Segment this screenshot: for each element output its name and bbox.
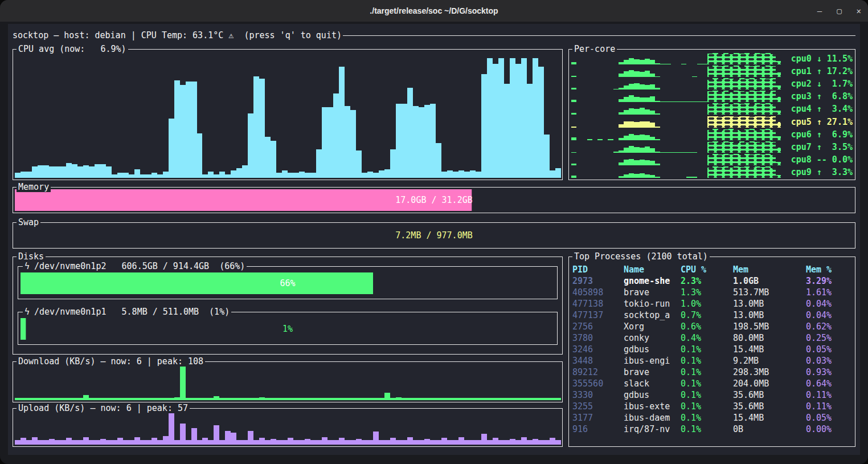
chart-bar bbox=[225, 398, 231, 400]
process-cell-memp: 1.61% bbox=[806, 287, 853, 298]
chart-bar bbox=[282, 170, 288, 178]
chart-bar bbox=[305, 439, 310, 445]
chart-bar bbox=[214, 425, 219, 445]
process-cell-mem: 198.5MB bbox=[733, 321, 806, 332]
chart-bar bbox=[413, 440, 419, 445]
sparkline-bar bbox=[655, 113, 660, 115]
chart-bar bbox=[49, 439, 55, 445]
chart-bar bbox=[83, 165, 89, 178]
process-row[interactable]: 477137socktop_a0.7%13.0MB0.04% bbox=[572, 310, 853, 321]
chart-bar bbox=[219, 440, 225, 445]
process-cell-cpu: 0.4% bbox=[681, 332, 733, 344]
sparkline-bar bbox=[676, 152, 681, 153]
sparkline-bar bbox=[686, 152, 691, 153]
chart-bar bbox=[49, 166, 55, 178]
process-row[interactable]: 3177ibus-daem0.1%15.4MB0.05% bbox=[572, 412, 853, 424]
core-sparkline bbox=[571, 166, 781, 178]
process-cell-pid: 355560 bbox=[572, 378, 624, 389]
process-cell-mem: 13.0MB bbox=[733, 310, 806, 321]
sparkline-bar bbox=[681, 64, 686, 64]
chart-bar bbox=[72, 398, 77, 400]
chart-bar bbox=[95, 398, 100, 400]
chart-bar bbox=[242, 165, 248, 178]
chart-bar bbox=[174, 440, 180, 445]
process-row[interactable]: 355560slack0.1%204.0MB0.64% bbox=[572, 378, 853, 389]
sparkline-bar bbox=[634, 135, 639, 140]
process-row[interactable]: 405898brave1.3%513.7MB1.61% bbox=[572, 287, 853, 298]
chart-bar bbox=[77, 440, 83, 445]
chart-bar bbox=[316, 398, 322, 400]
chart-bar bbox=[146, 440, 152, 445]
sparkline-bar bbox=[619, 62, 624, 64]
chart-bar bbox=[316, 440, 322, 445]
chart-bar bbox=[112, 398, 117, 400]
process-row[interactable]: 916irq/87-nv0.1%0B0.00% bbox=[572, 424, 853, 435]
sparkline-bar bbox=[571, 152, 576, 153]
chart-bar bbox=[191, 398, 197, 400]
sparkline-bar bbox=[645, 59, 650, 64]
sparkline-dither-texture bbox=[707, 103, 781, 115]
chart-bar bbox=[271, 439, 276, 445]
sparkline-bar bbox=[597, 139, 603, 140]
process-row[interactable]: 3255ibus-exte0.1%35.6MB0.11% bbox=[572, 401, 853, 412]
chart-bar bbox=[333, 93, 339, 178]
titlebar[interactable]: ./target/release/soc ~/D/G/socktop – ▢ ✕ bbox=[0, 0, 868, 22]
sparkline-bar bbox=[645, 109, 650, 115]
process-row[interactable]: 3330gdbus0.1%35.6MB0.11% bbox=[572, 389, 853, 401]
chart-bar bbox=[327, 107, 333, 178]
process-row[interactable]: 3448ibus-engi0.1%9.2MB0.03% bbox=[572, 355, 853, 367]
process-row[interactable]: 3246gdbus0.1%15.4MB0.05% bbox=[572, 344, 853, 355]
sparkline-bar bbox=[624, 160, 629, 165]
chart-bar bbox=[407, 437, 413, 445]
chart-bar bbox=[413, 398, 419, 400]
process-row[interactable]: 2756Xorg0.6%198.5MB0.62% bbox=[572, 321, 853, 332]
chart-bar bbox=[202, 398, 208, 400]
maximize-button[interactable]: ▢ bbox=[836, 6, 842, 16]
chart-bar bbox=[339, 438, 345, 445]
close-button[interactable]: ✕ bbox=[855, 6, 862, 16]
process-cell-pid: 477138 bbox=[572, 298, 624, 310]
sparkline-bar bbox=[619, 162, 624, 165]
process-row[interactable]: 89212brave0.1%298.3MB0.93% bbox=[572, 367, 853, 378]
process-row[interactable]: 2973gnome-she2.3%1.0GB3.29% bbox=[572, 275, 853, 287]
download-title: Download (KB/s) — now: 6 | peak: 108 bbox=[17, 356, 205, 367]
sparkline-bar bbox=[640, 108, 645, 115]
process-cell-name: ibus-exte bbox=[624, 401, 681, 412]
sparkline-bar bbox=[640, 60, 645, 64]
chart-bar bbox=[498, 398, 504, 400]
chart-bar bbox=[66, 398, 72, 400]
sparkline-bar bbox=[634, 147, 639, 153]
chart-bar bbox=[379, 440, 384, 445]
chart-bar bbox=[430, 104, 436, 178]
chart-bar bbox=[538, 440, 544, 445]
chart-bar bbox=[527, 84, 533, 178]
sparkline-bar bbox=[629, 70, 634, 77]
chart-bar bbox=[214, 174, 219, 178]
sparkline-bar bbox=[571, 164, 576, 165]
sparkline-bar bbox=[645, 71, 650, 77]
sparkline-bar bbox=[571, 88, 576, 89]
chart-bar bbox=[123, 398, 129, 400]
chart-bar bbox=[373, 398, 379, 400]
chart-bar bbox=[339, 67, 345, 178]
sparkline-bar bbox=[640, 148, 645, 153]
chart-bar bbox=[83, 395, 89, 400]
chart-bar bbox=[265, 398, 271, 400]
chart-bar bbox=[384, 393, 390, 400]
core-label: cpu1 ↑ 17.2% bbox=[784, 66, 853, 77]
minimize-button[interactable]: – bbox=[816, 6, 823, 16]
sparkline-bar bbox=[660, 64, 665, 64]
chart-bar bbox=[464, 398, 470, 400]
chart-bar bbox=[276, 398, 282, 400]
chart-bar bbox=[390, 149, 396, 178]
chart-bar bbox=[219, 172, 225, 178]
sparkline-bar bbox=[640, 121, 645, 127]
chart-bar bbox=[60, 440, 66, 445]
process-row[interactable]: 477138tokio-run1.0%13.0MB0.04% bbox=[572, 298, 853, 310]
chart-bar bbox=[32, 437, 38, 445]
sparkline-bar bbox=[666, 64, 671, 64]
process-row[interactable]: 3780conky0.4%80.0MB0.25% bbox=[572, 332, 853, 344]
sparkline-bar bbox=[634, 160, 639, 165]
chart-bar bbox=[231, 398, 236, 400]
chart-bar bbox=[197, 398, 203, 400]
